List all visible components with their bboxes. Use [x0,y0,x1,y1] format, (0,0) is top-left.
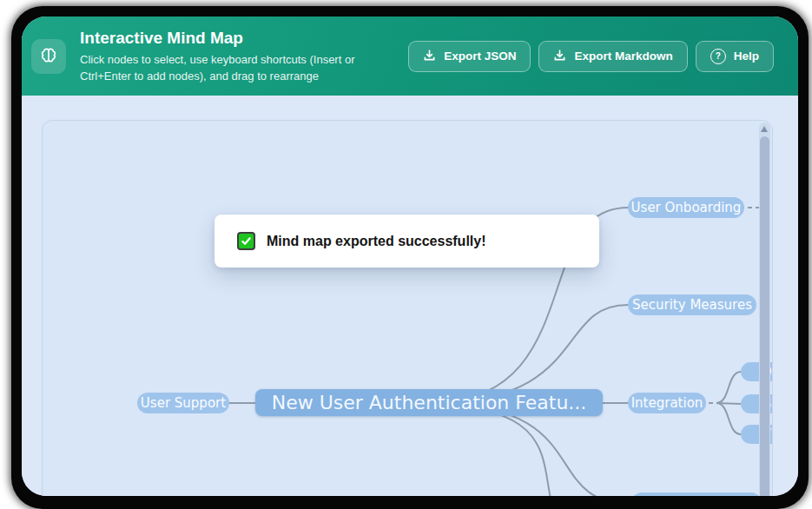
mindmap-link-root-bottom [429,403,631,496]
page-subtitle: Click nodes to select, use keyboard shor… [80,51,394,84]
toast-notification: Mind map exported successfully! [215,215,599,268]
export-json-label: Export JSON [444,50,516,63]
scrollbar-thumb[interactable] [760,136,769,496]
mindmap-canvas[interactable]: New User Authentication Featu...User Sup… [42,120,773,496]
mindmap-link-root-offscreen [429,403,564,496]
download-icon [423,49,436,64]
scrollbar-up-arrow-icon[interactable] [761,126,768,132]
green-check-icon [237,232,255,250]
app-header: Interactive Mind Map Click nodes to sele… [22,17,798,96]
help-label: Help [734,50,759,63]
header-actions: Export JSON Export Markdown ? Help [408,41,774,72]
export-json-button[interactable]: Export JSON [408,41,531,72]
download-icon [553,49,566,64]
export-markdown-button[interactable]: Export Markdown [538,41,687,72]
export-markdown-label: Export Markdown [574,50,672,63]
help-circle-icon: ? [710,49,726,64]
mindmap-link-integration-oa [716,372,741,403]
page-title: Interactive Mind Map [80,28,394,49]
mindmap-node-integration[interactable]: Integration [628,393,706,413]
mindmap-node-user-onboarding[interactable]: User Onboarding [628,197,744,218]
mindmap-node-root[interactable]: New User Authentication Featu... [255,389,603,416]
mindmap-node-security-measures[interactable]: Security Measures [628,294,756,315]
header-titles: Interactive Mind Map Click nodes to sele… [80,28,394,84]
vertical-scrollbar[interactable] [759,122,770,496]
brain-icon [31,39,66,74]
help-button[interactable]: ? Help [696,41,774,72]
content-area: New User Authentication Featu...User Sup… [22,96,798,496]
mindmap-link-integration-th [716,403,741,434]
toast-message: Mind map exported successfully! [267,234,486,249]
mindmap-node-user-support[interactable]: User Support [137,393,229,413]
app-window: Interactive Mind Map Click nodes to sele… [22,17,798,496]
mindmap-node-bottom-partial[interactable] [631,492,762,496]
